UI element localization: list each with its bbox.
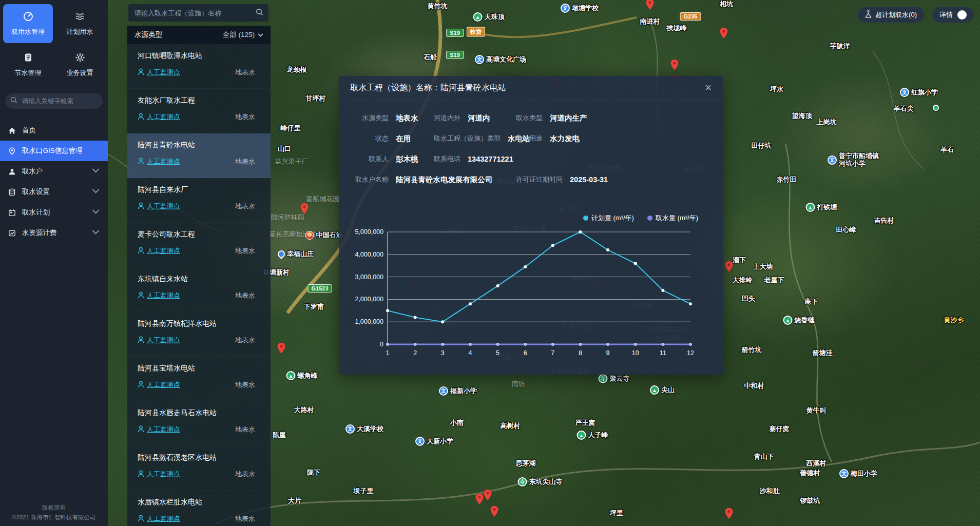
monitor-type-link[interactable]: 人工监测点 xyxy=(138,68,180,77)
sidebar-item-3[interactable]: 取水户 xyxy=(0,161,108,182)
sidebar-menu: 首页取水口GIS信息管理取水户取水设置取水计划水资源计费 xyxy=(0,120,108,243)
map-label: 庵下 xyxy=(804,297,818,306)
sidebar-item-2[interactable]: 取水口GIS信息管理 xyxy=(0,141,108,161)
sidebar-item-4[interactable]: 取水设置 xyxy=(0,182,108,202)
map-poi-school: 文大溪学校 xyxy=(345,424,383,434)
map-label: 小南 xyxy=(450,418,464,427)
map-label: 下罗甫 xyxy=(304,302,324,311)
water-source-type: 地表水 xyxy=(235,336,262,345)
sidebar-item-6[interactable]: 水资源计费 xyxy=(0,223,108,243)
waves-icon xyxy=(75,11,85,23)
chevron-down-icon xyxy=(92,208,100,217)
station-list-item[interactable]: 陆河县青砼水电站人工监测点地表水 xyxy=(127,133,271,178)
monitor-type-link[interactable]: 人工监测点 xyxy=(138,514,180,523)
person-icon xyxy=(138,381,144,389)
station-name: 河口镇唱歌潭水电站 xyxy=(138,51,262,61)
blue-pin-icon xyxy=(276,249,286,259)
svg-text:12: 12 xyxy=(687,349,694,357)
station-name: 水唇镇水栏肚水电站 xyxy=(138,498,262,507)
station-list-item[interactable]: 友能水厂取水工程人工监测点地表水 xyxy=(127,89,271,133)
menu-label: 取水设置 xyxy=(22,187,86,197)
school-icon: 文 xyxy=(475,55,484,64)
intake-point-pin[interactable] xyxy=(646,0,655,12)
station-list-item[interactable]: 东坑镇自来水站人工监测点地表水 xyxy=(127,267,271,312)
map-poi-school: 文红旗小学 xyxy=(900,88,938,97)
station-list-item[interactable]: 陆河县宝塔水电站人工监测点地表水 xyxy=(127,357,271,401)
monitor-type-link[interactable]: 人工监测点 xyxy=(138,246,180,256)
map-label: 黄沙乡 xyxy=(944,316,964,325)
station-list-item[interactable]: 陆河县南万镇杞洋水电站人工监测点地表水 xyxy=(127,312,271,357)
db-icon xyxy=(8,188,16,196)
filter-dropdown[interactable]: 全部 (125) xyxy=(223,30,263,40)
person-icon xyxy=(138,291,144,300)
station-list-item[interactable]: 陆河县激石溪老区水电站人工监测点地表水 xyxy=(127,446,271,491)
map-label: 坝子里 xyxy=(354,486,374,496)
over-plan-water-button[interactable]: 超计划取水(0) xyxy=(858,7,924,23)
search-icon[interactable] xyxy=(256,8,263,18)
intake-point-pin[interactable] xyxy=(725,261,734,275)
station-list-item[interactable]: 水唇镇水栏肚水电站人工监测点地表水 xyxy=(127,491,271,526)
map-label: 南坊 xyxy=(512,379,525,388)
intake-point-pin[interactable] xyxy=(300,203,309,217)
legend-item[interactable]: 计划量 (m³/年) xyxy=(583,213,634,223)
road-badge: S19 xyxy=(446,51,464,59)
monitor-type-link[interactable]: 人工监测点 xyxy=(138,157,180,166)
station-name: 陆河县宝塔水电站 xyxy=(138,364,262,373)
map-label: 赤竹田 xyxy=(777,175,797,184)
detail-field: 水源类型地表水 xyxy=(352,108,418,128)
map-label: 西溪村 xyxy=(806,459,827,468)
monitor-type-link[interactable]: 人工监测点 xyxy=(138,202,180,211)
school-icon: 文 xyxy=(439,386,448,396)
copyright-line2: ©2021 珠海市仁智科技有限公司 xyxy=(0,513,108,522)
intake-point-pin[interactable] xyxy=(277,342,286,356)
copyright-line1: 版权所有 xyxy=(0,503,108,512)
intake-point-pin[interactable] xyxy=(484,489,492,503)
map-label: 山口 xyxy=(278,144,291,153)
map-label: 思茅湖 xyxy=(516,459,536,468)
sidebar-item-1[interactable]: 首页 xyxy=(0,120,108,141)
module-tile-3[interactable]: 节水管理 xyxy=(3,45,53,84)
search-icon xyxy=(10,96,17,106)
doc-icon xyxy=(23,52,33,64)
map-poi-mountain: ▲打铁塘 xyxy=(806,203,837,212)
close-icon[interactable]: × xyxy=(705,82,712,93)
toggle-knob[interactable] xyxy=(957,10,967,20)
chevron-down-icon xyxy=(258,33,263,37)
legend-item[interactable]: 取水量 (m³/年) xyxy=(647,213,698,223)
monitor-type-link[interactable]: 人工监测点 xyxy=(138,112,180,122)
module-tile-1[interactable]: 取用水管理 xyxy=(3,4,53,43)
station-list-item[interactable]: 河口镇唱歌潭水电站人工监测点地表水 xyxy=(127,44,271,89)
detail-toggle[interactable]: 详情 xyxy=(932,7,974,23)
temple-icon: 寺 xyxy=(599,374,608,383)
map-poi-school: 文高塘文化广场 xyxy=(475,55,526,64)
monitor-type-link[interactable]: 人工监测点 xyxy=(138,336,180,345)
monitor-type-link[interactable]: 人工监测点 xyxy=(138,380,180,389)
station-search-input[interactable] xyxy=(133,9,256,17)
over-plan-label: 超计划取水(0) xyxy=(875,10,917,20)
water-source-type: 地表水 xyxy=(235,157,262,166)
monitor-type-link[interactable]: 人工监测点 xyxy=(138,291,180,300)
water-source-type: 地表水 xyxy=(235,380,262,389)
intake-point-pin[interactable] xyxy=(670,59,679,73)
intake-point-pin[interactable] xyxy=(725,508,734,521)
water-source-type: 地表水 xyxy=(235,425,262,434)
sidebar-item-5[interactable]: 取水计划 xyxy=(0,202,108,223)
monitor-type-link[interactable]: 人工监测点 xyxy=(138,425,180,434)
filter-value: 全部 (125) xyxy=(223,30,255,40)
intake-point-pin[interactable] xyxy=(720,27,728,41)
station-list-item[interactable]: 陆河县水唇走马石水电站人工监测点地表水 xyxy=(127,401,271,446)
school-icon: 文 xyxy=(839,469,849,478)
module-tile-2[interactable]: 计划用水 xyxy=(55,4,105,43)
station-list-item[interactable]: 陆河县自来水厂人工监测点地表水 xyxy=(127,178,271,223)
keyword-search-input[interactable] xyxy=(21,97,100,105)
svg-text:11: 11 xyxy=(660,349,666,357)
intake-point-pin[interactable] xyxy=(490,505,499,519)
monitor-type-link[interactable]: 人工监测点 xyxy=(138,470,180,479)
person-icon xyxy=(138,470,144,479)
map-poi-school: 文普宁市船埔镇河坑小学 xyxy=(828,152,879,168)
station-list-item[interactable]: 麦卡公司取水工程人工监测点地表水 xyxy=(127,223,271,267)
module-tile-4[interactable]: 业务设置 xyxy=(55,45,105,84)
map-poi-mountain: ▲天珠顶 xyxy=(473,12,505,22)
intake-point-pin[interactable] xyxy=(475,493,484,507)
svg-text:10: 10 xyxy=(632,349,639,357)
